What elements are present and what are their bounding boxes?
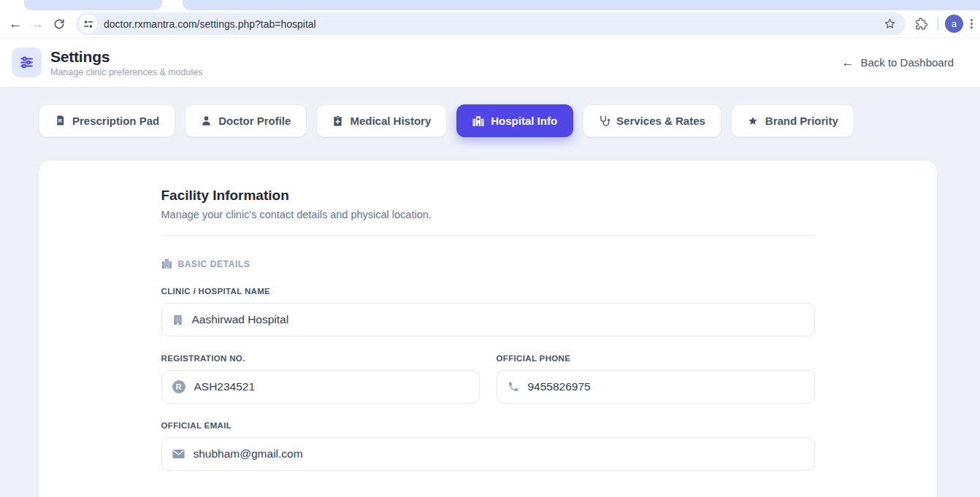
browser-back-button[interactable]: ← — [4, 13, 26, 35]
tab-hospital-info[interactable]: Hospital Info — [456, 104, 573, 137]
puzzle-icon — [914, 17, 928, 31]
person-icon — [201, 115, 212, 126]
divider — [161, 235, 815, 236]
facility-card: Facility Information Manage your clinic'… — [38, 160, 938, 497]
registration-label: REGISTRATION NO. — [161, 354, 480, 363]
clinic-name-label: CLINIC / HOSPITAL NAME — [161, 287, 815, 296]
page-header: Settings Manage clinic preferences & mod… — [0, 37, 980, 88]
phone-input[interactable] — [528, 380, 804, 393]
svg-text:R: R — [58, 118, 62, 123]
facility-title: Facility Information — [161, 188, 815, 204]
browser-tabstrip — [0, 0, 980, 10]
back-link-label: Back to Dashboard — [860, 56, 954, 69]
tab-label: Medical History — [350, 115, 431, 127]
browser-toolbar: ← → doctor.rxmantra.com/settings.php?tab… — [0, 10, 980, 37]
registered-icon: R — [172, 380, 185, 393]
extensions-button[interactable] — [914, 17, 928, 31]
email-label: OFFICIAL EMAIL — [161, 421, 815, 430]
browser-reload-button[interactable] — [48, 13, 70, 35]
registration-field[interactable]: R — [161, 370, 480, 404]
tab-label: Hospital Info — [491, 115, 557, 127]
browser-profile-avatar[interactable]: a — [945, 15, 963, 33]
back-arrow-icon: ← — [841, 56, 854, 69]
hospital-icon — [472, 115, 484, 126]
tab-label: Brand Priority — [765, 115, 838, 127]
browser-tab-shape[interactable] — [24, 0, 162, 10]
envelope-icon — [172, 449, 185, 459]
settings-tab-bar: R Prescription Pad Doctor Profile Medica… — [0, 88, 980, 137]
browser-menu-button[interactable] — [971, 19, 973, 28]
prescription-icon: R — [55, 115, 66, 126]
url-bar[interactable]: doctor.rxmantra.com/settings.php?tab=hos… — [76, 12, 906, 35]
basic-details-heading: BASIC DETAILS — [161, 258, 815, 269]
star-outline-icon — [883, 17, 897, 31]
phone-field[interactable] — [497, 370, 815, 404]
registration-input[interactable] — [194, 380, 469, 393]
email-field[interactable] — [161, 437, 815, 471]
tab-medical-history[interactable]: Medical History — [316, 104, 447, 137]
tune-icon — [83, 19, 93, 29]
settings-icon-box — [12, 47, 42, 77]
clinic-name-input[interactable] — [192, 313, 804, 326]
clinic-name-field[interactable] — [161, 303, 815, 336]
tab-services-rates[interactable]: Services & Rates — [583, 104, 721, 137]
facility-subtitle: Manage your clinic's contact details and… — [161, 209, 815, 220]
building-icon — [172, 315, 183, 325]
building-icon — [161, 258, 172, 269]
page-title: Settings — [50, 48, 202, 66]
tab-prescription-pad[interactable]: R Prescription Pad — [39, 104, 175, 137]
basic-details-label: BASIC DETAILS — [178, 259, 250, 269]
sliders-icon — [19, 55, 34, 70]
tab-label: Doctor Profile — [218, 115, 291, 127]
phone-icon — [508, 381, 519, 393]
url-text[interactable]: doctor.rxmantra.com/settings.php?tab=hos… — [104, 18, 883, 30]
browser-forward-button: → — [26, 13, 48, 35]
tab-label: Prescription Pad — [72, 115, 159, 127]
reload-icon — [53, 18, 65, 30]
bookmark-star-button[interactable] — [883, 17, 897, 31]
stethoscope-icon — [599, 115, 610, 126]
clipboard-icon — [332, 115, 343, 126]
site-info-button[interactable] — [79, 15, 97, 33]
toolbar-divider — [938, 18, 938, 31]
back-to-dashboard-link[interactable]: ← Back to Dashboard — [841, 56, 954, 69]
browser-tabstrip-fill — [183, 0, 980, 10]
tab-brand-priority[interactable]: Brand Priority — [731, 104, 854, 137]
phone-label: OFFICIAL PHONE — [497, 354, 815, 363]
email-input[interactable] — [194, 447, 804, 461]
star-icon — [747, 115, 759, 127]
page-subtitle: Manage clinic preferences & modules — [50, 67, 202, 77]
tab-doctor-profile[interactable]: Doctor Profile — [185, 104, 307, 137]
tab-label: Services & Rates — [616, 115, 705, 127]
